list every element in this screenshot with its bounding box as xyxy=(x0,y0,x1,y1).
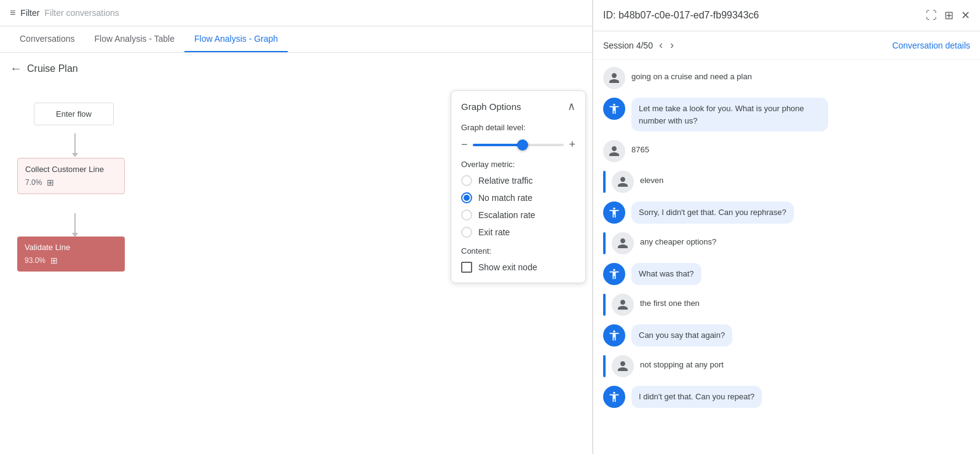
back-arrow-icon[interactable]: ← xyxy=(10,61,22,76)
radio-circle-relative-traffic xyxy=(461,175,472,186)
show-exit-node-checkbox-box xyxy=(461,262,472,273)
avatar xyxy=(603,140,625,162)
collect-node-grid-icon: ⊞ xyxy=(47,178,54,187)
escalation-bar xyxy=(603,171,606,193)
radio-circle-escalation-rate xyxy=(461,209,472,221)
enter-flow-node[interactable]: Enter flow xyxy=(34,103,114,125)
conversation-id: ID: b48b07-c0e-017-ed7-fb99343c6 xyxy=(603,10,759,21)
session-next-button[interactable]: › xyxy=(669,37,675,53)
breadcrumb: ← Cruise Plan xyxy=(0,53,592,84)
avatar xyxy=(603,67,625,89)
filter-label: Filter xyxy=(20,8,39,18)
collect-node-percentage: 7.0% xyxy=(25,178,42,187)
collect-node-footer: 7.0% ⊞ xyxy=(25,178,117,187)
detail-level-label: Graph detail level: xyxy=(461,123,575,132)
radio-circle-exit-rate xyxy=(461,227,472,238)
collect-customer-line-node[interactable]: Collect Customer Line 7.0% ⊞ xyxy=(17,158,125,194)
overlay-metric-label: Overlay metric: xyxy=(461,160,575,169)
message-text: Can you say that again? xyxy=(631,324,732,346)
detail-level-slider-row: − + xyxy=(461,138,575,151)
validate-node-footer: 93.0% ⊞ xyxy=(25,256,117,265)
avatar xyxy=(612,171,634,193)
avatar xyxy=(603,324,625,346)
filter-placeholder: Filter conversations xyxy=(44,8,119,18)
session-label: Session 4/50 xyxy=(603,41,653,50)
right-panel: ID: b48b07-c0e-017-ed7-fb99343c6 ⛶ ⊞ ✕ S… xyxy=(593,0,980,454)
radio-relative-traffic[interactable]: Relative traffic xyxy=(461,175,575,186)
arrow-1 xyxy=(72,133,78,157)
message-text: What was that? xyxy=(631,263,701,285)
message-text: the first one then xyxy=(640,294,700,310)
graph-options-body: Graph detail level: − + Overlay metric: … xyxy=(451,123,585,283)
avatar xyxy=(612,232,634,254)
tab-flow-table[interactable]: Flow Analysis - Table xyxy=(85,26,184,52)
flow-area: Enter flow Collect Customer Line 7.0% ⊞ … xyxy=(0,84,592,454)
maximize-icon[interactable]: ⛶ xyxy=(926,9,937,22)
session-nav: Session 4/50 ‹ › Conversation details xyxy=(593,31,980,60)
tabs-bar: Conversations Flow Analysis - Table Flow… xyxy=(0,26,592,53)
radio-exit-rate[interactable]: Exit rate xyxy=(461,227,575,238)
message-row: What was that? xyxy=(603,263,970,285)
message-text: 8765 xyxy=(631,140,649,156)
slider-plus-button[interactable]: + xyxy=(569,138,575,151)
page-title: Cruise Plan xyxy=(27,63,78,74)
validate-node-grid-icon: ⊞ xyxy=(50,256,58,265)
escalation-bar xyxy=(603,294,606,316)
conversation-details-link[interactable]: Conversation details xyxy=(892,41,970,50)
collect-node-title: Collect Customer Line xyxy=(25,165,117,174)
radio-label-relative-traffic: Relative traffic xyxy=(478,176,532,186)
left-panel: ≡ Filter Filter conversations Conversati… xyxy=(0,0,593,454)
escalation-bar xyxy=(603,232,606,254)
panel-header: ID: b48b07-c0e-017-ed7-fb99343c6 ⛶ ⊞ ✕ xyxy=(593,0,980,31)
avatar xyxy=(603,98,625,120)
radio-escalation-rate[interactable]: Escalation rate xyxy=(461,209,575,221)
slider-fill xyxy=(473,144,523,146)
slider-thumb[interactable] xyxy=(517,139,528,151)
message-text: any cheaper options? xyxy=(640,232,716,248)
avatar xyxy=(603,202,625,224)
radio-label-exit-rate: Exit rate xyxy=(478,227,510,237)
graph-options-panel: Graph Options ∧ Graph detail level: − + … xyxy=(451,90,586,283)
validate-node-percentage: 93.0% xyxy=(25,256,45,265)
message-row: Let me take a look for you. What is your… xyxy=(603,98,970,131)
message-text: eleven xyxy=(640,171,663,187)
validate-line-node[interactable]: Validate Line 93.0% ⊞ xyxy=(17,237,125,272)
radio-label-escalation-rate: Escalation rate xyxy=(478,210,535,220)
content-section: Content: Show exit node xyxy=(461,246,575,273)
message-text: going on a cruise and need a plan xyxy=(631,67,752,83)
content-label: Content: xyxy=(461,246,575,256)
chat-area: going on a cruise and need a planLet me … xyxy=(593,60,980,454)
message-text: I didn't get that. Can you repeat? xyxy=(631,386,762,408)
collapse-graph-options-button[interactable]: ∧ xyxy=(567,100,575,113)
close-icon[interactable]: ✕ xyxy=(961,9,970,22)
radio-circle-no-match-rate xyxy=(461,192,472,203)
graph-options-header: Graph Options ∧ xyxy=(451,91,585,119)
layout-icon[interactable]: ⊞ xyxy=(944,9,954,22)
panel-header-actions: ⛶ ⊞ ✕ xyxy=(926,9,970,22)
message-row: I didn't get that. Can you repeat? xyxy=(603,386,970,408)
avatar xyxy=(612,355,634,377)
radio-label-no-match-rate: No match rate xyxy=(478,193,532,203)
show-exit-node-checkbox[interactable]: Show exit node xyxy=(461,262,575,273)
slider-minus-button[interactable]: − xyxy=(461,138,468,151)
session-info: Session 4/50 ‹ › xyxy=(603,37,675,53)
graph-options-title: Graph Options xyxy=(461,101,521,112)
message-row: Sorry, I didn't get that. Can you rephra… xyxy=(603,202,970,224)
detail-level-slider[interactable] xyxy=(473,144,564,146)
arrow-2 xyxy=(72,213,78,237)
tab-conversations[interactable]: Conversations xyxy=(10,26,85,52)
message-row: eleven xyxy=(603,171,970,193)
show-exit-node-label: Show exit node xyxy=(478,262,537,272)
message-row: Can you say that again? xyxy=(603,324,970,346)
tab-flow-graph[interactable]: Flow Analysis - Graph xyxy=(184,26,288,52)
session-prev-button[interactable]: ‹ xyxy=(658,37,664,53)
avatar xyxy=(603,386,625,408)
message-row: any cheaper options? xyxy=(603,232,970,254)
avatar xyxy=(612,294,634,316)
enter-flow-label: Enter flow xyxy=(56,109,92,119)
validate-node-title: Validate Line xyxy=(25,243,117,252)
filter-bar: ≡ Filter Filter conversations xyxy=(0,0,592,26)
overlay-metric-radio-group: Relative traffic No match rate Escalatio… xyxy=(461,175,575,238)
radio-no-match-rate[interactable]: No match rate xyxy=(461,192,575,203)
message-row: not stopping at any port xyxy=(603,355,970,377)
